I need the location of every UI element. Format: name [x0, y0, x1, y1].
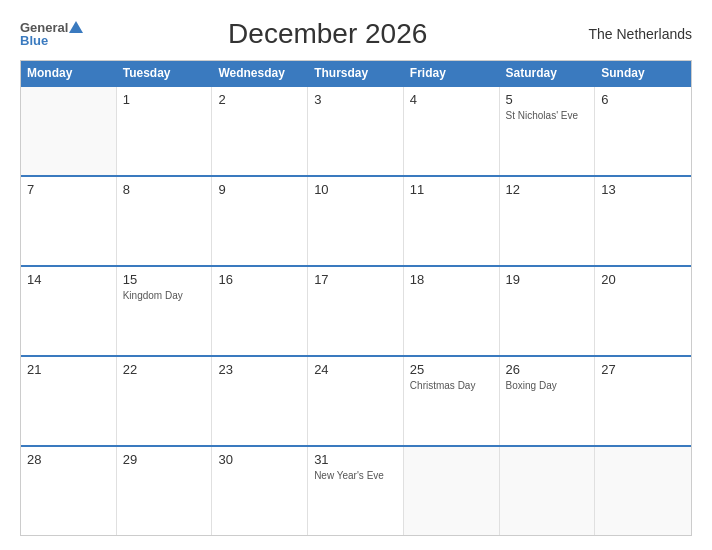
day-number: 15: [123, 272, 206, 287]
day-event: St Nicholas' Eve: [506, 109, 589, 122]
day-number: 17: [314, 272, 397, 287]
week-row-2: 78910111213: [21, 175, 691, 265]
day-cell-w5-d1: 28: [21, 447, 117, 535]
day-cell-w3-d5: 18: [404, 267, 500, 355]
header-sunday: Sunday: [595, 61, 691, 85]
calendar-page: General Blue December 2026 The Netherlan…: [0, 0, 712, 550]
day-number: 2: [218, 92, 301, 107]
header: General Blue December 2026 The Netherlan…: [20, 18, 692, 50]
day-number: 13: [601, 182, 685, 197]
day-cell-w5-d6: [500, 447, 596, 535]
day-number: 21: [27, 362, 110, 377]
day-number: 12: [506, 182, 589, 197]
day-number: 9: [218, 182, 301, 197]
day-cell-w3-d4: 17: [308, 267, 404, 355]
day-number: 14: [27, 272, 110, 287]
day-cell-w5-d3: 30: [212, 447, 308, 535]
day-cell-w5-d2: 29: [117, 447, 213, 535]
day-number: 8: [123, 182, 206, 197]
day-cell-w2-d3: 9: [212, 177, 308, 265]
day-number: 29: [123, 452, 206, 467]
day-event: Christmas Day: [410, 379, 493, 392]
header-friday: Friday: [404, 61, 500, 85]
day-cell-w3-d2: 15Kingdom Day: [117, 267, 213, 355]
day-cell-w4-d3: 23: [212, 357, 308, 445]
day-number: 4: [410, 92, 493, 107]
day-event: New Year's Eve: [314, 469, 397, 482]
header-thursday: Thursday: [308, 61, 404, 85]
day-cell-w4-d5: 25Christmas Day: [404, 357, 500, 445]
day-number: 7: [27, 182, 110, 197]
calendar-grid: Monday Tuesday Wednesday Thursday Friday…: [20, 60, 692, 536]
day-cell-w5-d4: 31New Year's Eve: [308, 447, 404, 535]
calendar-title: December 2026: [83, 18, 572, 50]
calendar-body: 12345St Nicholas' Eve6789101112131415Kin…: [21, 85, 691, 535]
day-number: 31: [314, 452, 397, 467]
day-cell-w1-d2: 1: [117, 87, 213, 175]
day-cell-w1-d7: 6: [595, 87, 691, 175]
logo-triangle-icon: [69, 21, 83, 33]
week-row-5: 28293031New Year's Eve: [21, 445, 691, 535]
day-cell-w2-d7: 13: [595, 177, 691, 265]
header-tuesday: Tuesday: [117, 61, 213, 85]
day-number: 20: [601, 272, 685, 287]
day-cell-w2-d4: 10: [308, 177, 404, 265]
day-cell-w4-d1: 21: [21, 357, 117, 445]
header-saturday: Saturday: [500, 61, 596, 85]
week-row-3: 1415Kingdom Day1617181920: [21, 265, 691, 355]
day-cell-w3-d3: 16: [212, 267, 308, 355]
svg-marker-0: [69, 21, 83, 33]
day-cell-w1-d3: 2: [212, 87, 308, 175]
day-cell-w1-d1: [21, 87, 117, 175]
week-row-4: 2122232425Christmas Day26Boxing Day27: [21, 355, 691, 445]
day-number: 26: [506, 362, 589, 377]
day-number: 5: [506, 92, 589, 107]
day-cell-w1-d4: 3: [308, 87, 404, 175]
day-number: 27: [601, 362, 685, 377]
day-cell-w1-d6: 5St Nicholas' Eve: [500, 87, 596, 175]
day-number: 1: [123, 92, 206, 107]
country-label: The Netherlands: [572, 26, 692, 42]
day-cell-w1-d5: 4: [404, 87, 500, 175]
day-cell-w3-d7: 20: [595, 267, 691, 355]
header-wednesday: Wednesday: [212, 61, 308, 85]
day-number: 3: [314, 92, 397, 107]
day-number: 16: [218, 272, 301, 287]
day-number: 30: [218, 452, 301, 467]
day-cell-w3-d1: 14: [21, 267, 117, 355]
day-number: 28: [27, 452, 110, 467]
day-event: Kingdom Day: [123, 289, 206, 302]
day-number: 11: [410, 182, 493, 197]
header-monday: Monday: [21, 61, 117, 85]
day-cell-w4-d7: 27: [595, 357, 691, 445]
calendar-header: Monday Tuesday Wednesday Thursday Friday…: [21, 61, 691, 85]
day-cell-w4-d6: 26Boxing Day: [500, 357, 596, 445]
day-number: 23: [218, 362, 301, 377]
day-cell-w2-d5: 11: [404, 177, 500, 265]
day-cell-w3-d6: 19: [500, 267, 596, 355]
day-number: 19: [506, 272, 589, 287]
day-cell-w5-d7: [595, 447, 691, 535]
day-number: 22: [123, 362, 206, 377]
day-number: 6: [601, 92, 685, 107]
day-cell-w4-d2: 22: [117, 357, 213, 445]
day-event: Boxing Day: [506, 379, 589, 392]
day-cell-w5-d5: [404, 447, 500, 535]
day-cell-w2-d6: 12: [500, 177, 596, 265]
day-number: 10: [314, 182, 397, 197]
day-cell-w2-d1: 7: [21, 177, 117, 265]
day-number: 18: [410, 272, 493, 287]
day-cell-w4-d4: 24: [308, 357, 404, 445]
logo-blue: Blue: [20, 34, 48, 47]
logo: General Blue: [20, 21, 83, 47]
day-number: 24: [314, 362, 397, 377]
week-row-1: 12345St Nicholas' Eve6: [21, 85, 691, 175]
day-cell-w2-d2: 8: [117, 177, 213, 265]
day-number: 25: [410, 362, 493, 377]
